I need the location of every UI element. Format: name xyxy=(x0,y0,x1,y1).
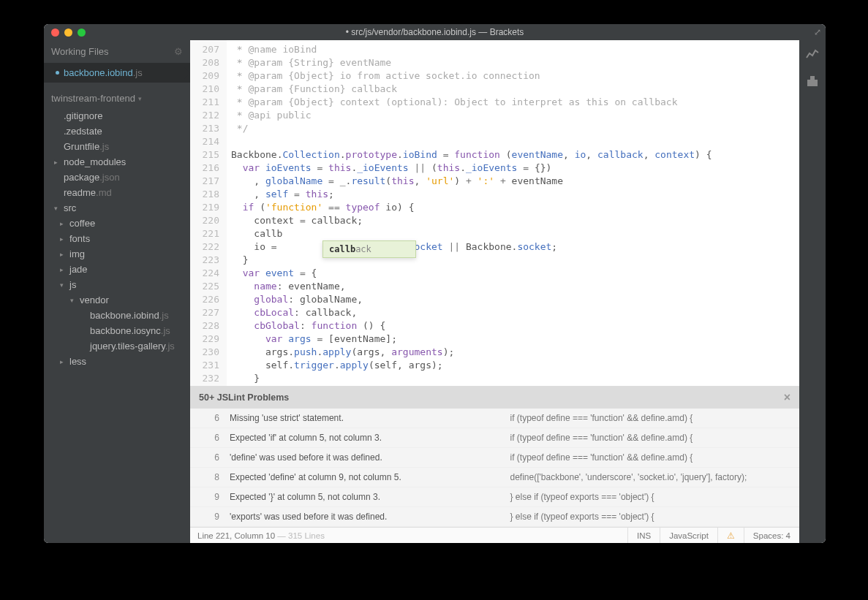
code-line[interactable]: } xyxy=(231,372,799,385)
code-line[interactable]: var args = [eventName]; xyxy=(231,333,799,346)
code-line[interactable]: */ xyxy=(231,122,799,135)
problem-row[interactable]: 6Missing 'use strict' statement.if (type… xyxy=(190,409,799,428)
disclosure-icon: ▾ xyxy=(54,205,61,212)
close-icon[interactable]: × xyxy=(784,391,790,404)
file-name: src xyxy=(64,202,76,213)
code-line[interactable]: } xyxy=(231,254,799,267)
titlebar: • src/js/vendor/backbone.iobind.js — Bra… xyxy=(44,24,826,40)
code-line[interactable]: Backbone.Collection.prototype.ioBind = f… xyxy=(231,148,799,162)
code-line[interactable]: global: globalName, xyxy=(231,293,799,306)
file-name: Gruntfile.js xyxy=(64,141,109,152)
disclosure-icon: ▸ xyxy=(54,159,61,166)
file-name: backbone.iobind.js xyxy=(90,310,169,321)
close-icon[interactable] xyxy=(51,29,59,37)
tree-item[interactable]: ▸node_modules xyxy=(44,154,190,170)
zoom-icon[interactable] xyxy=(78,29,86,37)
tree-item[interactable]: ▾js xyxy=(44,277,190,292)
insert-mode[interactable]: INS xyxy=(627,528,660,543)
code-line[interactable]: cbGlobal: function () { xyxy=(231,319,799,333)
problem-code: if (typeof define === 'function' && defi… xyxy=(510,413,791,423)
problem-row[interactable]: 6Expected 'if' at column 5, not column 3… xyxy=(190,428,799,448)
tree-item[interactable]: jquery.tiles-gallery.js xyxy=(44,338,190,354)
code-line[interactable]: * @param {Function} callback xyxy=(231,83,799,96)
code-line[interactable]: if ('function' == typeof io) { xyxy=(231,201,799,214)
code-line[interactable]: , self = this; xyxy=(231,188,799,201)
disclosure-icon: ▾ xyxy=(60,281,67,289)
tree-item[interactable]: ▸coffee xyxy=(44,216,190,231)
problem-line: 6 xyxy=(199,433,219,443)
code-line[interactable]: callb xyxy=(231,227,799,240)
extension-manager-icon[interactable] xyxy=(807,75,818,90)
problem-message: 'define' was used before it was defined. xyxy=(230,452,510,463)
tree-item[interactable]: package.json xyxy=(44,170,190,185)
sidebar: Working Files ⚙ backbone.iobind.js twins… xyxy=(44,40,190,543)
tree-item[interactable]: backbone.iosync.js xyxy=(44,323,190,338)
tree-item[interactable]: ▸fonts xyxy=(44,231,190,246)
problem-row[interactable]: 9'exports' was used before it was define… xyxy=(190,507,799,527)
status-bar: Line 221, Column 10 — 315 Lines INS Java… xyxy=(190,527,799,543)
code-line[interactable]: , globalName = _.result(this, 'url') + '… xyxy=(231,175,799,188)
file-tree: .gitignore.zedstateGruntfile.js▸node_mod… xyxy=(44,108,190,543)
tree-item[interactable]: .gitignore xyxy=(44,108,190,124)
project-name: twinstream-frontend xyxy=(51,93,135,104)
tree-item[interactable]: ▸jade xyxy=(44,262,190,277)
tree-item[interactable]: ▸img xyxy=(44,246,190,262)
code-line[interactable]: * @param {Object} io from active socket.… xyxy=(231,69,799,83)
problem-line: 6 xyxy=(199,452,219,463)
indent-setting[interactable]: Spaces: 4 xyxy=(744,528,799,543)
file-name: readme.md xyxy=(64,187,112,198)
live-preview-icon[interactable] xyxy=(806,49,819,62)
problem-line: 9 xyxy=(199,492,219,502)
tree-item[interactable]: ▾vendor xyxy=(44,292,190,308)
problems-title: 50+ JSLint Problems xyxy=(199,392,289,403)
problem-message: 'exports' was used before it was defined… xyxy=(230,512,510,522)
problem-row[interactable]: 6'define' was used before it was defined… xyxy=(190,448,799,468)
tree-item[interactable]: Gruntfile.js xyxy=(44,139,190,154)
file-name: vendor xyxy=(80,295,109,305)
minimize-icon[interactable] xyxy=(64,29,72,37)
code-line[interactable]: * @api public xyxy=(231,109,799,122)
code-hint[interactable]: callback xyxy=(322,240,416,258)
tree-item[interactable]: readme.md xyxy=(44,185,190,200)
project-selector[interactable]: twinstream-frontend ▾ xyxy=(44,83,190,108)
code-line[interactable] xyxy=(231,135,799,148)
window-title: • src/js/vendor/backbone.iobind.js — Bra… xyxy=(44,27,826,37)
problem-message: Expected 'define' at column 9, not colum… xyxy=(230,472,510,482)
working-files-label: Working Files xyxy=(51,46,109,57)
dirty-dot-icon xyxy=(56,71,59,75)
svg-rect-0 xyxy=(807,80,818,86)
code-line[interactable]: var event = { xyxy=(231,267,799,280)
file-name: backbone.iosync.js xyxy=(90,325,170,336)
code-area[interactable]: * @name ioBind * @param {String} eventNa… xyxy=(227,40,799,386)
working-file-item[interactable]: backbone.iobind.js xyxy=(44,63,190,83)
code-line[interactable]: * @name ioBind xyxy=(231,43,799,56)
tree-item[interactable]: .zedstate xyxy=(44,124,190,139)
fullscreen-icon[interactable]: ⤢ xyxy=(814,27,821,37)
code-line[interactable]: io = ndow.socket || Backbone.socket; xyxy=(231,240,799,254)
traffic-lights xyxy=(51,29,86,37)
tree-item[interactable]: ▾src xyxy=(44,200,190,216)
code-line[interactable]: cbLocal: callback, xyxy=(231,306,799,319)
language-mode[interactable]: JavaScript xyxy=(660,528,717,543)
problem-message: Expected 'if' at column 5, not column 3. xyxy=(230,433,510,443)
gear-icon[interactable]: ⚙ xyxy=(174,46,183,57)
problem-row[interactable]: 8Expected 'define' at column 9, not colu… xyxy=(190,468,799,487)
main-area: 2072082092102112122132142152162172182192… xyxy=(190,40,799,543)
file-name: js xyxy=(69,279,76,290)
file-name: node_modules xyxy=(64,156,126,167)
code-line[interactable]: context = callback; xyxy=(231,214,799,227)
code-line[interactable]: * @param {String} eventName xyxy=(231,56,799,69)
disclosure-icon: ▸ xyxy=(60,358,67,365)
file-name: fonts xyxy=(69,233,90,244)
problem-row[interactable]: 9Expected '}' at column 5, not column 3.… xyxy=(190,487,799,507)
warning-icon[interactable]: ⚠ xyxy=(717,528,744,543)
code-line[interactable]: args.push.apply(args, arguments); xyxy=(231,346,799,359)
code-line[interactable]: * @param {Object} context (optional): Ob… xyxy=(231,96,799,109)
code-line[interactable]: var ioEvents = this._ioEvents || (this._… xyxy=(231,162,799,175)
tree-item[interactable]: ▸less xyxy=(44,354,190,369)
svg-rect-1 xyxy=(810,76,815,80)
code-line[interactable]: self.trigger.apply(self, args); xyxy=(231,359,799,372)
tree-item[interactable]: backbone.iobind.js xyxy=(44,308,190,323)
code-line[interactable]: name: eventName, xyxy=(231,280,799,293)
editor[interactable]: 2072082092102112122132142152162172182192… xyxy=(190,40,799,386)
